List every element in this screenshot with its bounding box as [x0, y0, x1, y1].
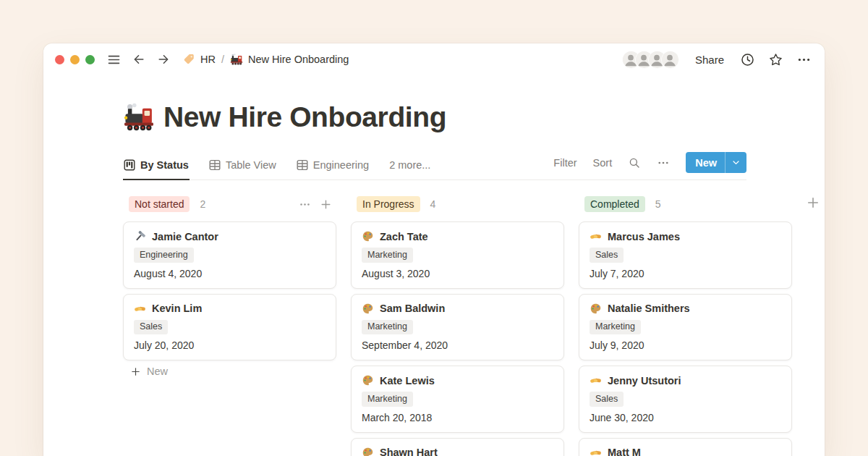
card-department-tag: Marketing [362, 392, 413, 407]
favorite-star-icon[interactable] [768, 52, 783, 67]
view-tab-label: 2 more... [389, 159, 430, 171]
board-column: Completed 5 Marcus James Sales July 7, 2… [579, 195, 792, 456]
view-tab-icon [124, 159, 135, 171]
card-emoji-icon [362, 374, 374, 387]
column-status-badge[interactable]: Not started [129, 196, 190, 212]
tag-emoji-icon [182, 53, 195, 66]
column-cards: Zach Tate Marketing August 3, 2020 Sam B… [351, 221, 564, 456]
topbar-actions: Share [622, 51, 812, 69]
column-count: 5 [655, 198, 661, 210]
card-department-tag: Marketing [590, 320, 641, 335]
column-header: In Progress 4 [351, 195, 564, 213]
breadcrumb-separator: / [221, 54, 225, 65]
card-name-row: Kevin Lim [134, 303, 326, 315]
column-count: 4 [430, 198, 436, 210]
card-start-date: March 20, 2018 [362, 412, 553, 423]
person-card[interactable]: Jamie Cantor Engineering August 4, 2020 [123, 221, 336, 289]
sidebar-toggle-icon[interactable] [106, 52, 122, 67]
person-card[interactable]: Kevin Lim Sales July 20, 2020 [123, 294, 336, 361]
person-card[interactable]: Matt M [579, 438, 792, 456]
search-icon[interactable] [628, 156, 641, 169]
card-name-row: Sam Baldwin [362, 303, 553, 315]
column-status-badge[interactable]: Completed [584, 196, 645, 212]
person-card[interactable]: Shawn Hart [351, 438, 564, 456]
column-cards: Jamie Cantor Engineering August 4, 2020 … [123, 221, 336, 360]
breadcrumb-workspace[interactable]: HR [200, 54, 216, 65]
card-emoji-icon [134, 303, 146, 315]
card-name-row: Zach Tate [362, 230, 553, 242]
filter-button[interactable]: Filter [553, 157, 576, 169]
person-card[interactable]: Natalie Smithers Marketing July 9, 2020 [579, 294, 792, 361]
card-start-date: September 4, 2020 [362, 339, 553, 351]
share-button[interactable]: Share [692, 52, 727, 67]
view-tab-engineering[interactable]: Engineering [296, 156, 370, 180]
card-emoji-icon [362, 303, 374, 315]
view-tab-label: By Status [140, 159, 189, 171]
card-department-tag: Sales [590, 392, 624, 407]
new-button-chevron-down-icon[interactable] [725, 152, 746, 173]
card-person-name: Sam Baldwin [380, 303, 445, 314]
person-card[interactable]: Sam Baldwin Marketing September 4, 2020 [351, 294, 564, 361]
forward-arrow-icon[interactable] [156, 52, 171, 67]
column-header: Not started 2 [123, 195, 336, 213]
board-column: In Progress 4 Zach Tate Marketing August… [351, 195, 564, 456]
view-tab-label: Engineering [313, 159, 369, 171]
view-more-icon[interactable] [657, 156, 670, 169]
new-button-label[interactable]: New [686, 152, 725, 173]
card-start-date: July 9, 2020 [590, 339, 781, 351]
view-controls: Filter Sort New [553, 152, 746, 180]
close-window-button[interactable] [55, 55, 64, 64]
view-tab-2-more-[interactable]: 2 more... [388, 156, 431, 180]
card-emoji-icon [590, 303, 602, 315]
viewer-avatar[interactable] [661, 51, 679, 69]
card-name-row: Matt M [590, 447, 781, 456]
new-record-button[interactable]: New [686, 152, 746, 173]
view-tabs: By Status Table View Engineering 2 more.… [123, 156, 431, 180]
column-more-icon[interactable] [299, 198, 311, 211]
card-start-date: June 30, 2020 [590, 412, 781, 423]
card-department-tag: Engineering [134, 248, 194, 263]
person-card[interactable]: Jenny Utsutori Sales June 30, 2020 [579, 366, 792, 433]
column-header: Completed 5 [579, 195, 792, 213]
card-department-tag: Marketing [362, 248, 413, 263]
zoom-window-button[interactable] [85, 55, 95, 64]
view-tab-table-view[interactable]: Table View [208, 156, 277, 180]
back-arrow-icon[interactable] [132, 52, 146, 67]
add-group-plus-icon[interactable] [806, 195, 820, 210]
sort-button[interactable]: Sort [593, 157, 613, 169]
new-card-button[interactable]: New [123, 366, 336, 377]
person-card[interactable]: Kate Lewis Marketing March 20, 2018 [351, 366, 564, 433]
breadcrumb: HR / New Hire Onboarding [182, 53, 349, 66]
board-columns: Not started 2 Jamie Cantor Engineering A… [123, 195, 825, 456]
page-train-emoji-icon[interactable] [123, 101, 155, 133]
card-emoji-icon [362, 230, 374, 242]
viewer-avatars [622, 51, 679, 69]
card-emoji-icon [590, 374, 602, 387]
new-card-label: New [147, 366, 168, 377]
card-start-date: August 4, 2020 [134, 268, 326, 279]
page-title-row: New Hire Onboarding [123, 101, 825, 133]
train-emoji-icon [230, 53, 243, 66]
card-person-name: Kevin Lim [152, 303, 202, 314]
nav-arrows [132, 52, 171, 67]
card-person-name: Jenny Utsutori [608, 375, 681, 387]
minimize-window-button[interactable] [70, 55, 80, 64]
card-person-name: Jamie Cantor [152, 231, 218, 242]
more-options-icon[interactable] [796, 52, 812, 67]
page-title[interactable]: New Hire Onboarding [163, 101, 446, 133]
view-tab-by-status[interactable]: By Status [123, 156, 190, 180]
updates-clock-icon[interactable] [740, 52, 755, 67]
column-status-badge[interactable]: In Progress [357, 196, 420, 212]
card-department-tag: Marketing [362, 320, 413, 335]
card-department-tag: Sales [134, 320, 168, 335]
column-add-card-icon[interactable] [320, 198, 332, 211]
view-bar: By Status Table View Engineering 2 more.… [123, 152, 746, 180]
board-column: Not started 2 Jamie Cantor Engineering A… [123, 195, 336, 456]
card-name-row: Kate Lewis [362, 374, 553, 387]
breadcrumb-page[interactable]: New Hire Onboarding [248, 54, 349, 65]
person-card[interactable]: Zach Tate Marketing August 3, 2020 [351, 221, 564, 289]
person-card[interactable]: Marcus James Sales July 7, 2020 [579, 221, 792, 289]
plus-icon [130, 366, 141, 377]
card-person-name: Kate Lewis [380, 375, 435, 387]
view-tab-icon [209, 159, 221, 171]
